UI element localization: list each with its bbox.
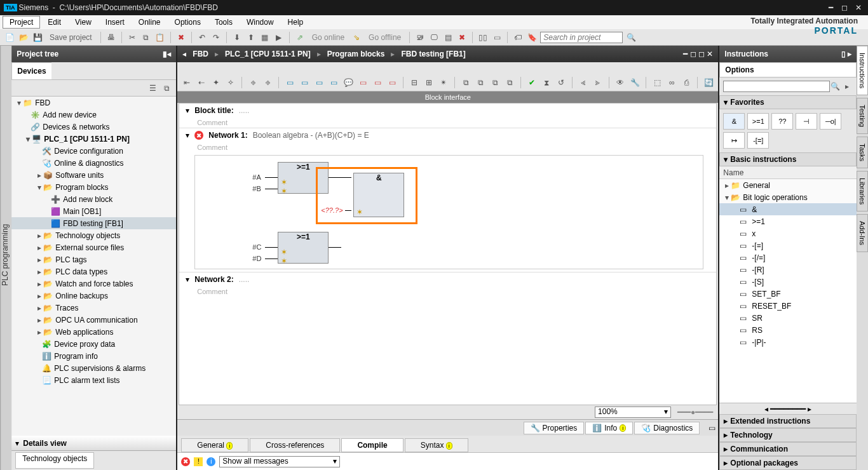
msg-filter-select[interactable]: Show all messages▾	[219, 456, 340, 467]
fav-unk[interactable]: ??	[771, 113, 793, 130]
device-icon[interactable]: ▤	[442, 32, 454, 43]
hmi-icon[interactable]: 🖵	[428, 32, 440, 43]
op-sr[interactable]: ▭SR	[719, 312, 857, 324]
instr-search-icon[interactable]: 🔍	[830, 81, 841, 92]
insert-icon[interactable]: ✦	[210, 77, 222, 88]
print-icon[interactable]: 🖶	[105, 32, 117, 43]
tree-fbd-testing[interactable]: 🟦FBD testing [FB1]	[11, 217, 176, 229]
tb-j1-icon[interactable]: ⪡	[578, 77, 589, 88]
fav-set[interactable]: ─o|	[820, 113, 841, 130]
accessible-icon[interactable]: 🖳	[414, 32, 426, 43]
optpkg-header[interactable]: ▸Optional packages	[719, 456, 857, 470]
block-comment[interactable]: Comment	[179, 117, 716, 128]
network2-comment[interactable]: Comment	[179, 286, 716, 297]
ext-instr-header[interactable]: ▸Extended instructions	[719, 414, 857, 428]
tree-main-ob1[interactable]: 🟪Main [OB1]	[11, 205, 176, 217]
left-sidetab[interactable]: PLC programming	[0, 46, 11, 470]
menu-tools[interactable]: Tools	[208, 17, 239, 28]
sidetab-instructions[interactable]: Instructions	[857, 46, 868, 95]
tab-properties[interactable]: 🔧Properties	[524, 422, 585, 434]
and-block[interactable]: & ✶	[353, 173, 404, 217]
tree-dev-cfg[interactable]: 🛠️Device configuration	[11, 145, 176, 157]
tree-view-icon[interactable]: ☰	[147, 83, 158, 94]
insert2-icon[interactable]: ✧	[225, 77, 236, 88]
tb-e2-icon[interactable]: ▭	[299, 77, 310, 88]
op-s[interactable]: ▭-[S]	[719, 276, 857, 288]
ref-icon[interactable]: 🔖	[526, 32, 538, 43]
tb-g2-icon[interactable]: ⊞	[423, 77, 435, 88]
favorites-header[interactable]: ▾Favorites	[719, 95, 857, 109]
sim-icon[interactable]: ▶	[273, 32, 285, 43]
options-header[interactable]: Options	[719, 62, 857, 77]
op-rs[interactable]: ▭RS	[719, 324, 857, 336]
paste-icon[interactable]: 📋	[154, 32, 166, 43]
collapse-icon[interactable]: ▮◂	[163, 50, 171, 58]
tb-h3-icon[interactable]: ⧉	[489, 77, 501, 88]
tree-proginfo[interactable]: ℹ️Program info	[11, 350, 176, 362]
op-resetbf[interactable]: ▭RESET_BF	[719, 300, 857, 312]
tab-info[interactable]: ℹ️Infoi	[585, 422, 633, 434]
tb-h2-icon[interactable]: ⧉	[475, 77, 486, 88]
op-slash[interactable]: ▭-[/=]	[719, 252, 857, 264]
window-min-icon[interactable]: ━	[683, 50, 688, 58]
tree-plc-dt[interactable]: ▸📂PLC data types	[11, 265, 176, 278]
menu-window[interactable]: Window	[240, 17, 280, 28]
details-tab[interactable]: Technology objects	[15, 452, 94, 469]
tb-g1-icon[interactable]: ⊟	[409, 77, 420, 88]
ctab-general[interactable]: General i	[181, 438, 248, 452]
search-go-icon[interactable]: 🔍	[625, 32, 637, 43]
inspector-collapse-icon[interactable]: ▭	[709, 424, 715, 433]
gooffline-icon[interactable]: ⇘	[351, 32, 362, 43]
tree-alarmtxt[interactable]: 📃PLC alarm text lists	[11, 374, 176, 386]
tb-e4-icon[interactable]: ▭	[328, 77, 339, 88]
op-r[interactable]: ▭-[R]	[719, 264, 857, 276]
tb-e8-icon[interactable]: ▭	[386, 77, 398, 88]
tb-e1-icon[interactable]: ▭	[284, 77, 295, 88]
new-icon[interactable]: 📄	[4, 32, 15, 43]
op-p[interactable]: ▭-|P|-	[719, 336, 857, 348]
instr-tree[interactable]: ▸📁General ▾📂Bit logic operations ▭& ▭>=1…	[719, 179, 857, 403]
ctab-compile[interactable]: Compile	[341, 438, 403, 452]
instr-view-icon[interactable]: ▯	[841, 50, 846, 58]
tree-traces[interactable]: ▸📂Traces	[11, 302, 176, 314]
instr-collapse-icon[interactable]: ▸	[848, 50, 851, 58]
menu-online[interactable]: Online	[132, 17, 167, 28]
nav-prev-icon[interactable]: ⇠	[196, 77, 207, 88]
network1-header[interactable]: ▾ ✖ Network 1: Boolean algebra - (A+B)(C…	[179, 128, 716, 142]
tb-e3-icon[interactable]: ▭	[313, 77, 325, 88]
tb-e7-icon[interactable]: ▭	[372, 77, 383, 88]
tb-g3-icon[interactable]: ✴	[438, 77, 449, 88]
window-max-icon[interactable]: ◻	[698, 50, 705, 58]
fbd-editor[interactable]: ▾Block title:..... Comment ▾ ✖ Network 1…	[179, 103, 717, 405]
fav-ge1[interactable]: >=1	[747, 113, 769, 130]
sidetab-addins[interactable]: Add-Ins	[857, 214, 868, 252]
tree-proxy[interactable]: 🧩Device proxy data	[11, 338, 176, 350]
tree-prog-blocks[interactable]: ▾📂Program blocks	[11, 181, 176, 193]
open-icon[interactable]: 📂	[18, 32, 29, 43]
menu-view[interactable]: View	[69, 17, 98, 28]
tb-j2-icon[interactable]: ⪢	[592, 77, 604, 88]
network1-comment[interactable]: Comment	[179, 142, 716, 152]
tree-add-block[interactable]: ➕Add new block	[11, 193, 176, 205]
tree-online-diag[interactable]: 🩺Online & diagnostics	[11, 157, 176, 169]
menu-help[interactable]: Help	[281, 17, 310, 28]
zoom-slider[interactable]: ━━━●━━━━	[677, 408, 713, 417]
go-offline-button[interactable]: Go offline	[365, 33, 405, 42]
menu-options[interactable]: Options	[168, 17, 207, 28]
download-icon[interactable]: ⬇	[231, 32, 243, 43]
tree-opcua[interactable]: ▸📂OPC UA communication	[11, 314, 176, 326]
tb-k3-icon[interactable]: ⎙	[681, 77, 692, 88]
and-block-selection[interactable]: & ✶	[316, 167, 417, 224]
fav-and[interactable]: &	[723, 113, 745, 130]
tree-webapp[interactable]: ▸📂Web applications	[11, 326, 176, 338]
instr-general[interactable]: ▸📁General	[719, 179, 857, 191]
compile-icon[interactable]: ▦	[259, 32, 271, 43]
go-online-button[interactable]: Go online	[308, 33, 348, 42]
tag-icon[interactable]: 🏷	[512, 32, 524, 43]
network2-header[interactable]: ▾Network 2:.....	[179, 272, 716, 286]
tree-watch[interactable]: ▸📂Watch and force tables	[11, 278, 176, 290]
sidetab-tasks[interactable]: Tasks	[857, 137, 868, 168]
menu-edit[interactable]: Edit	[41, 17, 67, 28]
tb-i2-icon[interactable]: ⧗	[541, 77, 552, 88]
tb-i1-icon[interactable]: ✔	[526, 77, 538, 88]
